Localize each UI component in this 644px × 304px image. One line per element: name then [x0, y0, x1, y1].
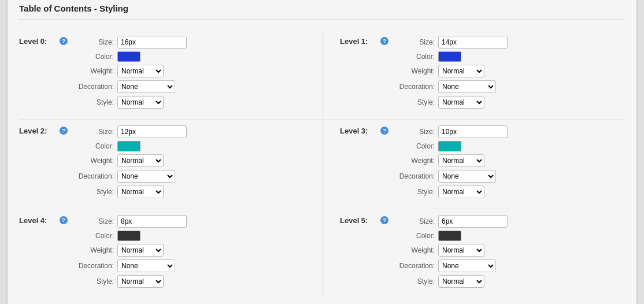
style-label-level0: Style:	[72, 98, 114, 106]
color-row-level5: Color:	[393, 231, 508, 241]
size-input-level2[interactable]	[117, 125, 187, 138]
size-input-level5[interactable]	[438, 215, 508, 228]
style-row-level2: Style: NormalItalicOblique	[72, 186, 187, 198]
style-row-level5: Style: NormalItalicOblique	[393, 275, 508, 288]
panel-title: Table of Contents - Styling	[19, 3, 625, 20]
style-row-level3: Style: NormalItalicOblique	[393, 186, 508, 198]
weight-select-level4[interactable]: NormalBoldBolderLighter	[117, 244, 164, 257]
level-fields-level0: Size: Color: Weight: NormalBoldBolderLig…	[72, 36, 187, 109]
help-icon-level2[interactable]: ?	[60, 127, 69, 198]
level-block-level0: Level 0: ? Size: Color: Weight: NormalBo…	[19, 30, 322, 120]
level-block-level3: Level 3: ? Size: Color: Weight: NormalBo…	[322, 120, 625, 209]
decoration-select-level5[interactable]: NoneUnderlineOverlineLine-through	[438, 259, 496, 272]
help-circle-level0[interactable]: ?	[60, 37, 68, 45]
weight-select-level5[interactable]: NormalBoldBolderLighter	[438, 244, 484, 257]
level-label-level2: Level 2:	[19, 125, 60, 198]
color-swatch-level1[interactable]	[438, 51, 461, 62]
color-swatch-level5[interactable]	[438, 231, 461, 241]
level-fields-level3: Size: Color: Weight: NormalBoldBolderLig…	[393, 125, 508, 198]
style-select-level1[interactable]: NormalItalicOblique	[438, 96, 484, 109]
style-label-level4: Style:	[72, 277, 114, 286]
weight-row-level2: Weight: NormalBoldBolderLighter	[72, 154, 187, 167]
level-block-level5: Level 5: ? Size: Color: Weight: NormalBo…	[322, 209, 625, 298]
size-row-level1: Size:	[393, 36, 508, 49]
size-row-level0: Size:	[72, 36, 187, 49]
color-row-level2: Color:	[72, 141, 187, 151]
color-swatch-level4[interactable]	[117, 231, 140, 241]
weight-row-level3: Weight: NormalBoldBolderLighter	[393, 154, 508, 167]
style-select-level4[interactable]: NormalItalicOblique	[117, 275, 164, 288]
size-label-level2: Size:	[72, 128, 114, 136]
style-label-level5: Style:	[393, 277, 435, 286]
size-row-level4: Size:	[72, 215, 187, 228]
help-icon-level1[interactable]: ?	[380, 37, 390, 109]
weight-label-level5: Weight:	[393, 246, 435, 254]
help-icon-level5[interactable]: ?	[380, 216, 390, 288]
color-swatch-level0[interactable]	[117, 51, 140, 62]
weight-row-level5: Weight: NormalBoldBolderLighter	[393, 244, 508, 257]
weight-row-level4: Weight: NormalBoldBolderLighter	[72, 244, 187, 257]
color-row-level3: Color:	[393, 141, 508, 151]
level-label-level4: Level 4:	[19, 215, 60, 288]
size-input-level4[interactable]	[117, 215, 187, 228]
style-label-level2: Style:	[72, 188, 114, 196]
help-circle-level1[interactable]: ?	[380, 37, 388, 45]
decoration-label-level0: Decoration:	[72, 83, 114, 91]
level-fields-level1: Size: Color: Weight: NormalBoldBolderLig…	[393, 36, 508, 109]
level-fields-level4: Size: Color: Weight: NormalBoldBolderLig…	[72, 215, 187, 288]
size-label-level1: Size:	[393, 38, 435, 46]
weight-label-level0: Weight:	[72, 67, 114, 75]
level-fields-level2: Size: Color: Weight: NormalBoldBolderLig…	[72, 125, 187, 198]
style-row-level1: Style: NormalItalicOblique	[393, 96, 508, 109]
level-label-level5: Level 5:	[340, 215, 380, 288]
weight-row-level0: Weight: NormalBoldBolderLighter	[72, 65, 187, 77]
decoration-select-level3[interactable]: NoneUnderlineOverlineLine-through	[438, 170, 496, 183]
size-row-level2: Size:	[72, 125, 187, 138]
size-input-level1[interactable]	[438, 36, 508, 49]
color-label-level1: Color:	[393, 53, 435, 61]
color-label-level3: Color:	[393, 142, 435, 150]
color-label-level2: Color:	[72, 142, 114, 150]
style-select-level0[interactable]: NormalItalicOblique	[117, 96, 164, 109]
color-row-level4: Color:	[72, 231, 187, 241]
color-label-level5: Color:	[393, 232, 435, 240]
style-select-level3[interactable]: NormalItalicOblique	[438, 186, 484, 198]
decoration-label-level3: Decoration:	[393, 172, 435, 180]
decoration-row-level2: Decoration: NoneUnderlineOverlineLine-th…	[72, 170, 187, 183]
decoration-select-level1[interactable]: NoneUnderlineOverlineLine-through	[438, 80, 496, 93]
color-swatch-level3[interactable]	[438, 141, 461, 151]
style-select-level5[interactable]: NormalItalicOblique	[438, 275, 484, 288]
style-row-level4: Style: NormalItalicOblique	[72, 275, 187, 288]
help-circle-level2[interactable]: ?	[60, 127, 68, 135]
decoration-row-level4: Decoration: NoneUnderlineOverlineLine-th…	[72, 259, 187, 272]
size-input-level0[interactable]	[117, 36, 187, 49]
levels-grid: Level 0: ? Size: Color: Weight: NormalBo…	[19, 30, 625, 298]
help-circle-level3[interactable]: ?	[380, 127, 388, 135]
help-circle-level5[interactable]: ?	[380, 216, 388, 224]
decoration-select-level4[interactable]: NoneUnderlineOverlineLine-through	[117, 259, 175, 272]
help-icon-level0[interactable]: ?	[60, 37, 69, 109]
decoration-select-level2[interactable]: NoneUnderlineOverlineLine-through	[117, 170, 175, 183]
weight-select-level0[interactable]: NormalBoldBolderLighter	[117, 65, 164, 77]
style-row-level0: Style: NormalItalicOblique	[72, 96, 187, 109]
decoration-label-level2: Decoration:	[72, 172, 114, 180]
color-swatch-level2[interactable]	[117, 141, 140, 151]
size-label-level0: Size:	[72, 38, 114, 46]
decoration-row-level5: Decoration: NoneUnderlineOverlineLine-th…	[393, 259, 508, 272]
weight-label-level4: Weight:	[72, 246, 114, 254]
weight-select-level3[interactable]: NormalBoldBolderLighter	[438, 154, 484, 167]
help-icon-level4[interactable]: ?	[60, 216, 69, 288]
color-label-level4: Color:	[72, 232, 114, 240]
weight-select-level1[interactable]: NormalBoldBolderLighter	[438, 65, 484, 77]
size-input-level3[interactable]	[438, 125, 508, 138]
size-label-level5: Size:	[393, 217, 435, 225]
style-label-level1: Style:	[393, 98, 435, 106]
help-circle-level4[interactable]: ?	[60, 216, 68, 224]
help-icon-level3[interactable]: ?	[380, 127, 390, 198]
style-select-level2[interactable]: NormalItalicOblique	[117, 186, 164, 198]
weight-row-level1: Weight: NormalBoldBolderLighter	[393, 65, 508, 77]
color-row-level0: Color:	[72, 51, 187, 62]
decoration-select-level0[interactable]: NoneUnderlineOverlineLine-through	[117, 80, 175, 93]
weight-select-level2[interactable]: NormalBoldBolderLighter	[117, 154, 164, 167]
level-block-level4: Level 4: ? Size: Color: Weight: NormalBo…	[19, 209, 322, 298]
